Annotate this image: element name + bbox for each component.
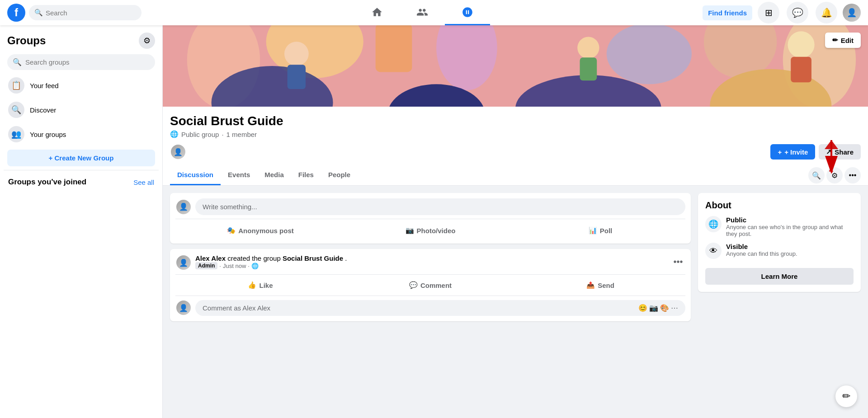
cover-banner [163,25,868,107]
find-friends-button[interactable]: Find friends [703,5,752,20]
nav-right: Find friends ⊞ 💬 🔔 👤 [703,2,861,23]
like-icon: 👍 [248,281,256,289]
send-button[interactable]: 📤 Send [515,278,685,292]
share-label: Share [835,148,854,156]
edit-icon: ✏ [832,36,838,44]
about-visible-content: Visible Anyone can find this group. [726,243,797,257]
nav-left: f 🔍 [7,4,142,22]
gif-icon[interactable]: 📷 [649,304,658,312]
poll-button[interactable]: 📊 Poll [515,223,685,238]
activity-card: 👤 Alex Alex created the group Social Bru… [170,249,691,321]
svg-point-17 [788,31,814,58]
tab-people[interactable]: People [321,165,358,185]
grid-icon-button[interactable]: ⊞ [758,2,779,23]
top-navigation: f 🔍 Find friends ⊞ 💬 🔔 👤 [0,0,868,25]
activity-details: Alex Alex created the group Social Brust… [195,254,347,269]
facebook-logo[interactable]: f [7,4,25,22]
tab-media[interactable]: Media [257,165,291,185]
feed-column: 👤 Write something... 🎭 Anonymous post 📷 … [170,193,691,321]
svg-point-6 [607,25,692,84]
nav-friends[interactable] [400,0,445,25]
activity-user-info: 👤 Alex Alex created the group Social Bru… [175,254,347,271]
global-search-box[interactable]: 🔍 [29,5,142,20]
messenger-icon-button[interactable]: 💬 [787,2,808,23]
cover-art [163,25,868,107]
sidebar-item-discover[interactable]: 🔍 Discover [4,98,159,122]
comment-icon: 💬 [409,281,418,289]
tab-events[interactable]: Events [221,165,257,185]
meta-separator2: · [248,263,250,269]
tab-discussion[interactable]: Discussion [170,165,221,185]
sidebar-title: Groups [7,34,46,47]
group-info-section: Social Brust Guide 🌐 Public group · 1 me… [163,107,868,165]
emoji-icon[interactable]: 😊 [638,304,647,312]
main-layout: Groups ⚙ 🔍 📋 Your feed 🔍 Discover 👥 Your… [0,0,868,418]
post-box: 👤 Write something... 🎭 Anonymous post 📷 … [170,193,691,244]
tab-more-button[interactable]: ••• [844,167,861,183]
sidebar-search-input[interactable] [25,58,150,66]
about-public-item: 🌐 Public Anyone can see who's in the gro… [705,216,854,237]
main-content: ✏ Edit Social Brust Guide 🌐 Public group… [163,25,868,418]
discover-icon: 🔍 [8,102,24,118]
comment-icons: 😊 📷 🎨 ⋯ [638,304,678,312]
global-search-input[interactable] [46,9,136,17]
activity-action: created the group [227,254,283,262]
share-icon: ↗ [826,148,832,156]
user-avatar[interactable]: 👤 [843,4,861,22]
nav-groups[interactable] [445,0,490,25]
activity-meta: Admin · Just now · 🌐 [195,262,347,269]
tab-search-button[interactable]: 🔍 [808,167,825,183]
activity-more-button[interactable]: ••• [671,254,685,269]
commenter-avatar: 👤 [175,300,192,316]
eye-icon: 👁 [705,243,722,259]
compose-fab-button[interactable]: ✏ [835,385,857,407]
activity-time: Just now [223,263,246,269]
activity-text: Alex Alex created the group Social Brust… [195,254,347,262]
create-group-button[interactable]: + Create New Group [7,150,155,166]
group-tabs: Discussion Events Media Files People 🔍 ⚙ [163,165,868,186]
see-all-link[interactable]: See all [133,178,154,186]
sidebar-item-your-groups[interactable]: 👥 Your groups [4,122,159,146]
tab-files[interactable]: Files [291,165,321,185]
nav-center [354,0,490,25]
comment-input-row: 👤 Comment as Alex Alex 😊 📷 🎨 ⋯ [175,296,685,316]
svg-rect-16 [580,57,597,80]
photo-video-button[interactable]: 📷 Photo/video [345,223,515,238]
sidebar-settings-button[interactable]: ⚙ [139,33,155,49]
search-icon: 🔍 [13,58,22,66]
public-desc: Anyone can see who's in the group and wh… [726,224,854,237]
anonymous-label: Anonymous post [238,227,294,235]
dot-separator: · [222,131,223,138]
edit-cover-button[interactable]: ✏ Edit [825,33,861,48]
svg-point-13 [284,42,309,66]
admin-badge: Admin [195,262,217,269]
learn-more-button[interactable]: Learn More [705,268,854,285]
share-button[interactable]: ↗ Share [819,144,861,160]
photo-icon: 📷 [406,226,414,235]
svg-rect-3 [376,25,412,72]
nav-home[interactable] [354,0,400,25]
sidebar-search-box[interactable]: 🔍 [7,54,155,70]
about-title: About [705,200,854,211]
like-button[interactable]: 👍 Like [175,278,345,292]
activity-actions: 👍 Like 💬 Comment 📤 Send [175,274,685,292]
sidebar-item-label: Your groups [30,131,66,138]
comment-input[interactable]: Comment as Alex Alex 😊 📷 🎨 ⋯ [195,300,685,316]
meta-separator: · [219,263,221,269]
svg-rect-18 [791,57,811,82]
comment-button[interactable]: 💬 Comment [345,278,515,292]
sticker-icon[interactable]: 🎨 [660,304,669,312]
tab-settings-button[interactable]: ⚙ [826,167,843,183]
sidebar-item-your-feed[interactable]: 📋 Your feed [4,74,159,97]
post-input[interactable]: Write something... [195,198,685,215]
anonymous-post-button[interactable]: 🎭 Anonymous post [175,223,345,238]
more-icon[interactable]: ⋯ [671,304,678,312]
member-count: 1 member [226,131,257,138]
content-area: 👤 Write something... 🎭 Anonymous post 📷 … [163,186,868,329]
anonymous-icon: 🎭 [227,226,236,235]
notifications-icon-button[interactable]: 🔔 [816,2,837,23]
sidebar-header: Groups ⚙ [4,33,159,54]
sidebar-divider [4,170,159,170]
invite-button[interactable]: + + Invite [770,144,815,160]
group-meta: 🌐 Public group · 1 member [170,130,861,138]
